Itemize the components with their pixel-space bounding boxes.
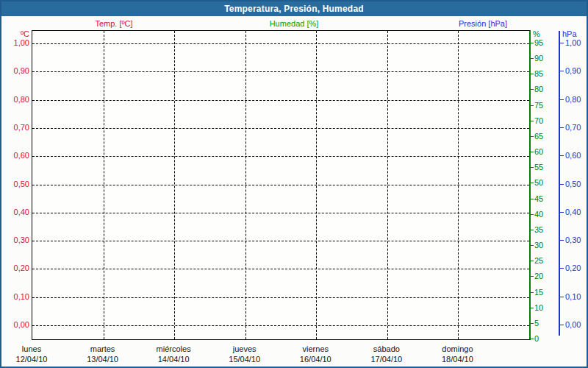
pressure-tick-mark [560, 268, 564, 269]
humidity-tick-mark [530, 43, 534, 43]
y-gridline [32, 297, 529, 298]
humidity-tick-mark [530, 74, 534, 74]
humidity-tick-mark [530, 261, 534, 261]
title-bar: Temperatura, Presión, Humedad [1, 1, 587, 16]
window-title: Temperatura, Presión, Humedad [224, 4, 364, 14]
humidity-tick-label: 95 [534, 38, 552, 47]
humidity-tick-mark [530, 136, 534, 137]
temp-tick-label: 0,00 [1, 320, 29, 329]
humidity-tick-label: 30 [534, 241, 552, 250]
temp-tick-label: 0,10 [1, 292, 29, 301]
pressure-tick-label: 1,00 [565, 38, 587, 47]
humidity-tick-mark [530, 214, 534, 215]
humidity-tick-label: 55 [534, 163, 552, 171]
pressure-tick-mark [560, 325, 564, 325]
x-tick-day-name: lunes [0, 344, 67, 353]
pressure-tick-label: 0,70 [565, 123, 587, 132]
humidity-tick-label: 20 [534, 272, 552, 280]
humidity-tick-label: 10 [534, 303, 552, 312]
y-gridline [32, 325, 529, 326]
humidity-tick-mark [530, 183, 534, 183]
humidity-tick-mark [530, 276, 534, 277]
x-gridline [104, 31, 104, 339]
humidity-tick-mark [530, 230, 534, 230]
temp-tick-label: 0,30 [1, 236, 29, 244]
humidity-tick-label: 70 [534, 116, 552, 125]
y-gridline [32, 185, 529, 185]
x-tick-day-date: 14/04/10 [138, 355, 209, 364]
humidity-tick-mark [530, 199, 534, 199]
x-tick-day-date: 16/04/10 [280, 355, 351, 364]
humidity-tick-mark [530, 339, 534, 339]
x-tick-day-name: domingo [422, 344, 492, 353]
x-tick-day-date: 15/04/10 [209, 355, 280, 364]
y-gridline [32, 71, 529, 72]
humidity-tick-label: 80 [534, 85, 552, 93]
x-gridline [245, 31, 246, 339]
temp-tick-label: 0,80 [1, 95, 29, 104]
pressure-tick-mark [560, 99, 564, 100]
x-tick-day-date: 17/04/10 [351, 355, 422, 364]
humidity-tick-mark [530, 105, 534, 106]
pressure-tick-label: 0,60 [565, 151, 587, 160]
x-tick-day-name: viernes [280, 344, 351, 353]
temp-tick-label: 0,70 [1, 123, 29, 132]
pressure-tick-label: 0,80 [565, 95, 587, 104]
temp-tick-label: 0,20 [1, 263, 29, 272]
y-gridline [32, 241, 529, 241]
pressure-tick-label: 0,20 [565, 263, 587, 272]
plot-area [32, 30, 531, 340]
humidity-tick-mark [530, 308, 534, 308]
x-tick-day-date: 18/04/10 [422, 355, 492, 364]
humidity-tick-label: 0 [534, 334, 552, 343]
temp-tick-label: 0,40 [1, 208, 29, 216]
legend-temperature: Temp. [ºC] [70, 19, 158, 29]
pressure-tick-label: 0,40 [565, 208, 587, 216]
pressure-tick-label: 0,50 [565, 180, 587, 188]
y-gridline [32, 213, 529, 213]
pressure-tick-mark [560, 212, 564, 213]
legend-humidity: Humedad [%] [250, 19, 338, 29]
humidity-tick-mark [530, 292, 534, 293]
humidity-tick-mark [530, 121, 534, 121]
y-gridline [32, 43, 529, 44]
temp-tick-label: 0,50 [1, 180, 29, 188]
temp-tick-label: 0,60 [1, 151, 29, 160]
humidity-tick-label: 35 [534, 225, 552, 234]
pressure-tick-label: 0,90 [565, 66, 587, 75]
pressure-tick-mark [560, 240, 564, 241]
pressure-tick-label: 0,30 [565, 236, 587, 244]
x-gridline [458, 31, 459, 339]
x-tick-day-date: 13/04/10 [68, 355, 138, 364]
x-tick-day-date: 12/04/10 [0, 355, 67, 364]
humidity-tick-label: 50 [534, 178, 552, 187]
x-tick-day-name: miércoles [138, 344, 209, 353]
x-tick-day-name: jueves [209, 344, 280, 353]
humidity-tick-mark [530, 152, 534, 152]
humidity-tick-label: 25 [534, 256, 552, 265]
legend-pressure: Presión [hPa] [439, 19, 527, 29]
pressure-tick-mark [560, 71, 564, 71]
x-gridline [174, 31, 175, 339]
x-gridline [387, 31, 388, 339]
x-gridline [316, 31, 317, 339]
x-tick-day-name: sábado [351, 344, 422, 353]
humidity-tick-mark [530, 245, 534, 246]
humidity-tick-label: 65 [534, 132, 552, 141]
x-tick-day-name: martes [68, 344, 138, 353]
pressure-tick-mark [560, 184, 564, 185]
humidity-tick-label: 60 [534, 147, 552, 156]
y-gridline [32, 128, 529, 129]
pressure-tick-label: 0,00 [565, 320, 587, 329]
humidity-tick-mark [530, 167, 534, 168]
pressure-tick-mark [560, 43, 564, 43]
y-gridline [32, 269, 529, 269]
humidity-tick-label: 40 [534, 210, 552, 219]
y-gridline [32, 156, 529, 157]
humidity-tick-mark [530, 58, 534, 59]
temp-tick-label: 1,00 [1, 38, 29, 47]
chart-window: Temperatura, Presión, Humedad Temp. [ºC]… [0, 0, 588, 368]
pressure-tick-mark [560, 297, 564, 297]
humidity-tick-mark [530, 323, 534, 324]
humidity-tick-label: 15 [534, 288, 552, 297]
